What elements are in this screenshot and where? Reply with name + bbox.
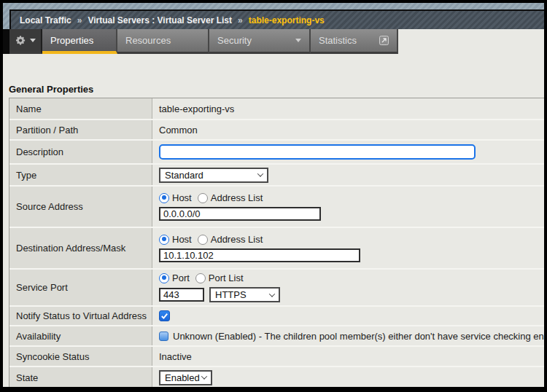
tab-statistics[interactable]: Statistics	[311, 29, 398, 54]
tab-bar-left-spacer	[3, 29, 9, 54]
striped-top-band	[3, 3, 544, 9]
source-host-radio-label: Host	[172, 192, 192, 203]
tab-properties-label: Properties	[50, 35, 93, 46]
security-caret-icon	[295, 39, 301, 42]
description-input[interactable]	[159, 144, 476, 160]
external-link-icon	[379, 36, 389, 45]
protocol-select-value: HTTPS	[215, 289, 247, 300]
table-row-type: Type Standard	[9, 163, 544, 185]
breadcrumb: Local Traffic » Virtual Servers : Virtua…	[9, 9, 544, 29]
availability-unknown-status-icon	[159, 332, 168, 341]
name-value: table-exporting-vs	[152, 98, 544, 119]
chevron-down-icon	[201, 373, 207, 379]
port-list-radio[interactable]	[195, 273, 206, 283]
availability-label: Availability	[9, 326, 152, 345]
port-list-radio-label: Port List	[209, 273, 244, 283]
protocol-select[interactable]: HTTPS	[209, 287, 280, 302]
table-row-destination: Destination Address/Mask Host Address Li…	[9, 227, 544, 268]
general-properties-table: Name table-exporting-vs Partition / Path…	[9, 98, 544, 387]
type-select-value: Standard	[165, 170, 203, 181]
type-label: Type	[9, 165, 152, 185]
table-row-name: Name table-exporting-vs	[9, 98, 544, 119]
state-select-value: Enabled	[165, 372, 200, 383]
table-row-partition: Partition / Path Common	[9, 119, 544, 139]
destination-address-input[interactable]	[159, 248, 360, 262]
table-row-state: State Enabled	[9, 366, 544, 387]
table-row-availability: Availability Unknown (Enabled) - The chi…	[9, 325, 544, 345]
syncookie-label: Syncookie Status	[9, 347, 152, 366]
table-row-syncookie: Syncookie Status Inactive	[9, 345, 544, 366]
state-select[interactable]: Enabled	[159, 370, 212, 385]
section-title: General Properties	[9, 84, 544, 95]
gear-caret-icon	[30, 39, 36, 42]
destination-host-radio[interactable]	[159, 235, 169, 245]
source-label: Source Address	[9, 187, 152, 227]
gear-icon	[15, 35, 26, 46]
service-port-input[interactable]	[159, 288, 204, 302]
table-row-service-port: Service Port Port Port List HTTPS	[9, 268, 544, 305]
breadcrumb-row: Local Traffic » Virtual Servers : Virtua…	[3, 9, 544, 29]
breadcrumb-left-spacer	[3, 9, 9, 29]
service-port-label: Service Port	[9, 270, 152, 305]
port-radio-label: Port	[172, 273, 190, 283]
partition-label: Partition / Path	[9, 120, 152, 139]
main-window: Local Traffic » Virtual Servers : Virtua…	[3, 3, 544, 387]
description-label: Description	[9, 141, 152, 163]
table-row-source: Source Address Host Address List	[9, 185, 544, 227]
breadcrumb-path[interactable]: Virtual Servers : Virtual Server List	[88, 15, 232, 26]
breadcrumb-separator: »	[77, 15, 82, 26]
type-select[interactable]: Standard	[159, 168, 268, 183]
destination-address-list-radio-label: Address List	[211, 234, 263, 245]
availability-status-text: Unknown (Enabled) - The children pool me…	[173, 331, 544, 342]
tab-statistics-label: Statistics	[319, 35, 357, 46]
destination-address-list-radio[interactable]	[198, 235, 208, 245]
source-host-radio[interactable]	[159, 193, 169, 203]
breadcrumb-separator: »	[238, 15, 243, 26]
tab-bar: Properties Resources Security Statistics	[3, 29, 544, 54]
tab-security[interactable]: Security	[209, 29, 311, 54]
tab-properties[interactable]: Properties	[42, 29, 117, 54]
notify-status-label: Notify Status to Virtual Address	[9, 307, 152, 325]
notify-status-checkbox[interactable]	[159, 310, 170, 321]
breadcrumb-current: table-exporting-vs	[249, 15, 325, 26]
partition-value: Common	[152, 120, 544, 139]
breadcrumb-section[interactable]: Local Traffic	[20, 15, 71, 26]
settings-menu-button[interactable]	[9, 29, 42, 54]
source-address-list-radio-label: Address List	[211, 192, 263, 203]
tab-resources-label: Resources	[125, 35, 171, 46]
source-address-input[interactable]	[159, 207, 321, 221]
name-label: Name	[9, 98, 152, 119]
source-address-list-radio[interactable]	[198, 193, 208, 203]
tab-resources[interactable]: Resources	[117, 29, 209, 54]
chevron-down-icon	[257, 170, 263, 176]
port-radio[interactable]	[159, 273, 169, 283]
table-row-description: Description	[9, 139, 544, 163]
destination-label: Destination Address/Mask	[9, 228, 152, 268]
chevron-down-icon	[269, 291, 275, 297]
destination-host-radio-label: Host	[172, 234, 192, 245]
tab-security-label: Security	[217, 35, 252, 46]
table-row-notify-status: Notify Status to Virtual Address	[9, 305, 544, 325]
syncookie-value: Inactive	[152, 347, 544, 366]
state-label: State	[9, 367, 152, 387]
